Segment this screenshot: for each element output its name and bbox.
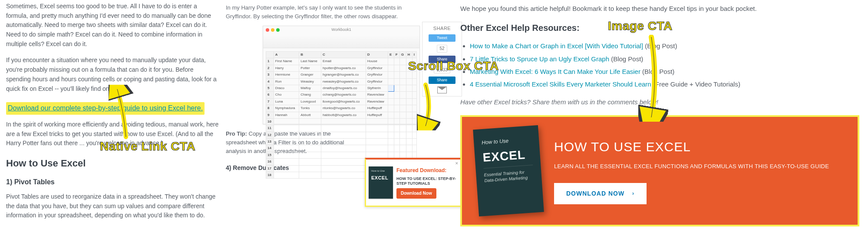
cell	[399, 112, 406, 118]
cell	[412, 92, 416, 98]
cell: Cho	[274, 92, 299, 98]
resource-suffix: (Blog Post)	[640, 68, 674, 75]
row-number: 16	[266, 159, 274, 165]
cell	[406, 139, 412, 145]
cell	[299, 172, 321, 179]
resource-link[interactable]: 4 Essential Microsoft Excel Skills Every…	[470, 80, 651, 88]
cell	[274, 145, 299, 152]
cell	[388, 139, 394, 145]
column-header: E	[388, 52, 394, 58]
cell	[274, 132, 299, 138]
cell	[366, 139, 388, 145]
column-header: I	[412, 52, 416, 58]
row-number: 18	[266, 172, 274, 179]
cell	[299, 118, 321, 125]
intro-paragraph-2: If you encounter a situation where you n…	[6, 56, 220, 93]
comments-prompt: Have other Excel tricks? Share them with…	[460, 97, 859, 107]
row-number: 5	[266, 85, 274, 91]
cell	[406, 58, 412, 65]
cell	[299, 165, 321, 172]
row-number: 7	[266, 98, 274, 105]
cell	[366, 132, 388, 138]
cell	[394, 92, 399, 98]
scroll-box-content: Featured Download: HOW TO USE EXCEL: STE…	[396, 166, 458, 199]
cell	[274, 152, 299, 158]
resource-link[interactable]: 7 Little Tricks to Spruce Up an Ugly Exc…	[470, 55, 609, 63]
cell	[388, 112, 394, 118]
cell	[388, 92, 394, 98]
cell	[274, 165, 299, 172]
column-header: F	[394, 52, 399, 58]
download-now-button[interactable]: Download Now	[396, 188, 436, 199]
native-link-cta[interactable]: Download our complete step-by-step guide…	[6, 102, 205, 115]
row-number: 13	[266, 139, 274, 145]
cell	[299, 125, 321, 132]
cell	[388, 85, 394, 91]
cell	[366, 125, 388, 132]
facebook-share-button[interactable]: Share	[429, 56, 455, 63]
cell	[412, 125, 416, 132]
resources-list: How to Make a Chart or Graph in Excel [W…	[460, 41, 859, 89]
cell	[321, 118, 366, 125]
resource-link[interactable]: Marketing With Excel: 6 Ways It Can Make…	[470, 68, 640, 75]
cell	[388, 132, 394, 138]
email-share-icon[interactable]	[437, 86, 447, 93]
cell	[394, 65, 399, 71]
cell	[321, 172, 366, 179]
scroll-box-cta[interactable]: ✕ How to Use EXCEL Featured Download: HO…	[365, 158, 462, 207]
cell	[394, 78, 399, 85]
cell	[406, 145, 412, 152]
column-header: G	[399, 52, 406, 58]
scroll-box-title: HOW TO USE EXCEL: STEP-BY-STEP TUTORIALS	[396, 176, 458, 186]
cell: hpotter@hogwarts.co	[321, 65, 366, 71]
cell	[388, 65, 394, 71]
cell: Ron	[274, 78, 299, 85]
linkedin-share-button[interactable]: Share	[429, 76, 455, 84]
cell	[274, 159, 299, 165]
resource-suffix: (Blog Post)	[643, 42, 677, 50]
cell	[394, 145, 399, 152]
cell: Ravenclaw	[366, 92, 388, 98]
cell	[399, 78, 406, 85]
cell	[412, 112, 416, 118]
intro-paragraph-1: Sometimes, Excel seems too good to be tr…	[6, 2, 220, 49]
pivot-tables-heading: 1) Pivot Tables	[6, 177, 220, 188]
cell	[399, 145, 406, 152]
row-number: 11	[266, 125, 274, 132]
cell: Abbott	[299, 112, 321, 118]
ebook-title: EXCEL	[371, 174, 388, 182]
cell	[399, 98, 406, 105]
resource-link[interactable]: How to Make a Chart or Graph in Excel [W…	[470, 42, 643, 50]
cell: dmalfoy@hogwarts.co	[321, 85, 366, 91]
cell: Email	[321, 58, 366, 65]
row-number: 10	[266, 118, 274, 125]
facebook-count: 1,833	[434, 66, 450, 74]
cell: llovegood@hogwarts.co	[321, 98, 366, 105]
cell	[399, 92, 406, 98]
image-cta-banner[interactable]: How to Use EXCEL Essential Training for …	[460, 115, 859, 226]
row-number: 12	[266, 132, 274, 138]
resource-item: How to Make a Chart or Graph in Excel [W…	[470, 41, 859, 51]
column-header: A	[274, 52, 299, 58]
cell	[394, 58, 399, 65]
cell: Tonks	[299, 105, 321, 112]
cell	[406, 92, 412, 98]
cta-book-pretitle: How to Use	[482, 136, 509, 146]
cell	[321, 165, 366, 172]
tweet-button[interactable]: Tweet	[429, 34, 455, 42]
cta-book-title: EXCEL	[482, 145, 526, 167]
spreadsheet-grid: ABCDEFGHI1First NameLast NameEmailHouse2…	[266, 51, 417, 121]
cell	[394, 125, 399, 132]
column-header: D	[366, 52, 388, 58]
cell	[412, 105, 416, 112]
download-now-cta-button[interactable]: DOWNLOAD NOW ›	[554, 183, 647, 205]
cta-book-subtitle: Essential Training for Data-Driven Marke…	[483, 165, 534, 183]
close-icon[interactable]: ✕	[455, 161, 459, 166]
cell	[399, 139, 406, 145]
cell	[274, 125, 299, 132]
row-number: 4	[266, 78, 274, 85]
resource-suffix: (Free Guide + Video Tutorials)	[651, 80, 740, 88]
left-article-panel: Sometimes, Excel seems too good to be tr…	[0, 0, 226, 246]
resources-heading: Other Excel Help Resources:	[460, 21, 859, 35]
pivot-tables-paragraph: Pivot Tables are used to reorganize data…	[6, 192, 220, 220]
